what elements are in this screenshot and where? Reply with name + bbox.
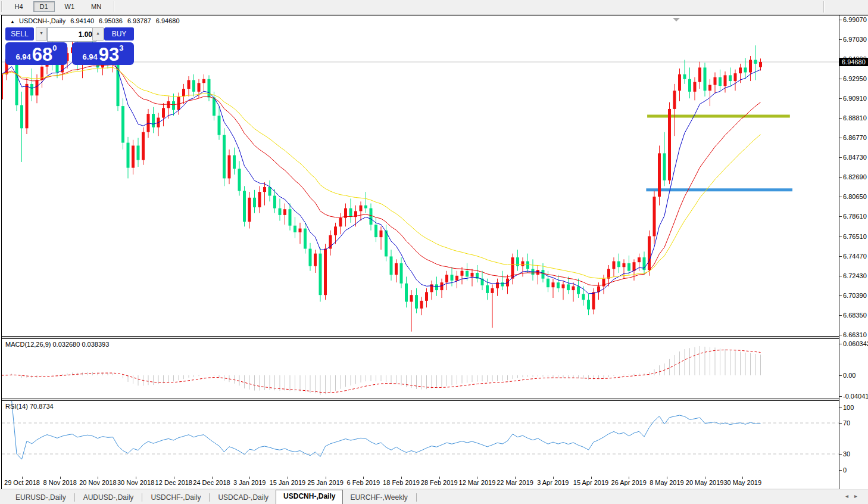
tab-eurusd-daily[interactable]: EURUSD-,Daily	[8, 491, 73, 503]
rsi-pane[interactable]: RSI(14) 70.8734	[2, 400, 839, 478]
toolbar-separator	[1, 1, 2, 12]
timeframe-toolbar: H4D1W1MN	[0, 0, 868, 15]
price-axis-label-tick	[839, 276, 842, 276]
rsi-axis-label: 70	[843, 419, 850, 427]
date-label: 20 Nov 2018	[79, 479, 116, 486]
chart-tabbar: EURUSD-,DailyAUDUSD-,DailyUSDCHF-,DailyU…	[0, 489, 868, 504]
date-label: 30 May 2019	[723, 479, 761, 486]
current-price-tag: 6.94680	[839, 58, 868, 66]
macd-axis-label-tick	[839, 344, 842, 344]
sell-button[interactable]: SELL	[5, 27, 34, 41]
price-axis-label-tick	[839, 256, 842, 257]
price-axis-label: 6.86770	[843, 134, 867, 142]
time-axis[interactable]: 29 Oct 20188 Nov 201820 Nov 201830 Nov 2…	[2, 477, 839, 489]
rsi-axis-label-tick	[839, 423, 842, 424]
rsi-axis-label: 100	[843, 404, 854, 412]
tab-usdchf-daily[interactable]: USDCHF-,Daily	[143, 491, 208, 503]
date-label: 22 Mar 2019	[497, 479, 533, 486]
price-axis-label: 6.76510	[843, 233, 867, 241]
sell-price-prefix: 6.94	[15, 52, 30, 61]
price-axis-label: 6.92950	[843, 75, 867, 83]
macd-chart[interactable]	[2, 339, 839, 397]
date-label: 12 Mar 2019	[459, 479, 496, 486]
date-label: 8 Nov 2018	[43, 479, 77, 486]
price-axis-label: 6.68350	[843, 312, 867, 319]
tab-separator	[416, 493, 417, 502]
date-label: 20 May 2019	[686, 479, 724, 486]
timeframe-button-mn[interactable]: MN	[85, 1, 108, 12]
macd-pane[interactable]: MACD(12,26,9) 0.032680 0.038393	[2, 338, 839, 399]
macd-title: MACD(12,26,9) 0.032680 0.038393	[5, 341, 109, 348]
date-label: 3 Jan 2019	[233, 479, 266, 486]
price-axis-label-tick	[839, 118, 842, 119]
date-label: 6 Feb 2019	[346, 479, 380, 486]
price-axis-label-tick	[839, 39, 842, 40]
rsi-chart[interactable]	[2, 401, 839, 476]
price-axis-label-tick	[839, 295, 842, 296]
chart-title: ▲ USDCNH-,Daily 6.94140 6.95036 6.93787 …	[10, 17, 180, 24]
date-label: 30 Nov 2018	[117, 479, 154, 486]
price-axis-label: 6.99070	[843, 16, 867, 24]
price-axis-label: 6.84730	[843, 154, 867, 161]
buy-price-prefix: 6.94	[82, 52, 97, 61]
date-label: 15 Apr 2019	[573, 479, 608, 486]
price-axis-label: 6.70390	[843, 292, 867, 300]
macd-axis-label-tick	[839, 375, 842, 376]
timeframe-button-d1[interactable]: D1	[33, 1, 55, 12]
price-axis-label: 6.80650	[843, 193, 867, 201]
buy-price-box[interactable]: 6.94 93 3	[72, 42, 134, 65]
ohlc-high: 6.95036	[99, 17, 123, 24]
macd-axis-label: -0.04041	[843, 393, 868, 400]
one-click-trading-panel: SELL ▾ ▴ BUY 6.94 68 0 6.94 93 3	[5, 27, 134, 77]
rsi-axis-label-tick	[839, 470, 842, 471]
date-label: 25 Jan 2019	[307, 479, 344, 486]
price-axis-label: 6.88810	[843, 114, 867, 122]
rsi-axis-label: 0	[843, 466, 847, 474]
volume-input[interactable]	[47, 27, 96, 42]
tab-eurchf-weekly[interactable]: EURCHF-,Weekly	[343, 491, 414, 503]
tab-scroll-left-icon[interactable]: ◂	[845, 493, 854, 499]
tab-audusd-daily[interactable]: AUDUSD-,Daily	[76, 491, 141, 503]
date-label: 29 Oct 2018	[4, 479, 40, 486]
macd-axis-label-tick	[839, 396, 842, 397]
price-axis-label-tick	[839, 335, 842, 335]
ohlc-close: 6.94680	[156, 17, 180, 24]
tab-usdcad-daily[interactable]: USDCAD-,Daily	[211, 491, 276, 503]
buy-button[interactable]: BUY	[104, 27, 134, 41]
price-axis-label: 6.90910	[843, 95, 867, 102]
price-axis-label-tick	[839, 138, 842, 138]
date-label: 24 Dec 2018	[193, 479, 230, 486]
tab-separator	[142, 493, 142, 502]
tab-usdcnh-daily[interactable]: USDCNH-,Daily	[276, 490, 343, 504]
sell-price-big: 68	[32, 46, 52, 63]
main-chart-pane[interactable]: ▲ USDCNH-,Daily 6.94140 6.95036 6.93787 …	[2, 15, 839, 337]
price-axis-label-tick	[839, 237, 842, 237]
sell-price-box[interactable]: 6.94 68 0	[5, 42, 67, 65]
price-axis-label-tick	[839, 157, 842, 158]
volume-increase-spinner[interactable]: ▴	[92, 27, 104, 41]
price-axis-label-tick	[839, 315, 842, 316]
price-axis-label: 6.82690	[843, 173, 867, 181]
ohlc-open: 6.94140	[70, 17, 94, 24]
price-axis-label-tick	[839, 177, 842, 178]
rsi-axis-label: 30	[843, 450, 850, 458]
date-label: 3 Apr 2019	[537, 479, 569, 486]
collapse-triangle-icon[interactable]: ▲	[10, 19, 15, 24]
macd-axis-label: 0.00	[843, 372, 855, 379]
date-label: 8 May 2019	[650, 479, 683, 486]
tab-separator	[209, 493, 210, 502]
price-axis-label: 6.78610	[843, 213, 867, 220]
price-axis-label-tick	[839, 216, 842, 217]
tab-scroll-right-icon[interactable]: ▸	[854, 493, 863, 499]
timeframe-button-h4[interactable]: H4	[8, 1, 29, 12]
timeframe-button-w1[interactable]: W1	[58, 1, 82, 12]
tab-scroll-arrows: ◂▸	[845, 493, 863, 499]
volume-decrease-spinner[interactable]: ▾	[36, 27, 47, 41]
date-label: 26 Apr 2019	[611, 479, 647, 486]
price-axis-label-tick	[839, 197, 842, 197]
rsi-title: RSI(14) 70.8734	[5, 403, 54, 410]
price-axis-label-tick	[839, 79, 842, 79]
price-axis[interactable]: 6.94680 6.990706.970306.949906.929506.90…	[839, 15, 868, 489]
toolbar-separator	[823, 1, 825, 13]
chart-window: ▲ USDCNH-,Daily 6.94140 6.95036 6.93787 …	[1, 15, 868, 490]
